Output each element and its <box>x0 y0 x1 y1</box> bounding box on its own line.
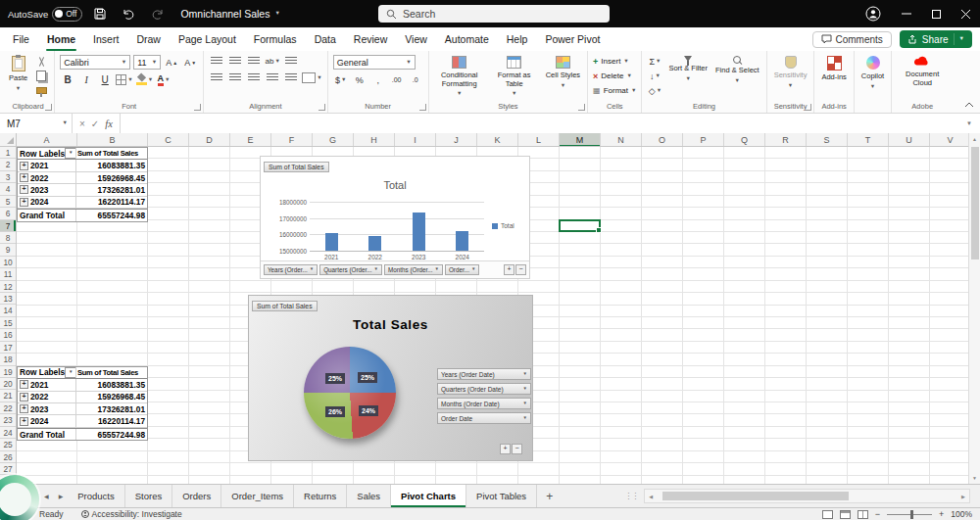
pivot-row-label-2021[interactable]: +2021 <box>18 160 76 170</box>
wrap-text-button[interactable] <box>283 55 299 68</box>
row-labels-filter-button[interactable]: ▼ <box>65 148 76 159</box>
accounting-format-button[interactable]: $▼ <box>333 73 349 86</box>
autosave-toggle[interactable]: Off <box>52 7 82 22</box>
column-header-H[interactable]: H <box>354 133 395 147</box>
ribbon-tab-power-pivot[interactable]: Power Pivot <box>536 27 609 51</box>
expand-button[interactable]: + <box>20 404 28 413</box>
dialog-launcher-icon[interactable] <box>419 104 426 111</box>
sheet-tab-order-items[interactable]: Order_Items <box>221 485 294 507</box>
row-header-25[interactable]: 25 <box>0 439 16 450</box>
close-button[interactable] <box>951 0 980 27</box>
sheet-tab-pivot-tables[interactable]: Pivot Tables <box>466 485 537 507</box>
format-cells-button[interactable]: ▦ Format▼ <box>593 84 636 97</box>
undo-button[interactable] <box>118 3 139 24</box>
horizontal-scrollbar[interactable]: ◀ ▶ <box>644 489 970 503</box>
column-header-Q[interactable]: Q <box>724 133 765 147</box>
font-name-select[interactable]: Calibri▼ <box>60 55 130 70</box>
number-format-select[interactable]: General▼ <box>333 55 416 70</box>
column-header-M[interactable]: M <box>560 133 601 147</box>
ribbon-tab-data[interactable]: Data <box>306 27 345 51</box>
row-header-1[interactable]: 1 <box>0 147 16 159</box>
vertical-scrollbar[interactable]: ▲ ▼ <box>968 133 980 484</box>
bar-chart[interactable]: Sum of Total Sales Total Total Years (Or… <box>260 156 530 279</box>
chevron-down-icon[interactable]: ▼ <box>959 36 964 42</box>
formula-input[interactable] <box>121 114 958 133</box>
column-header-K[interactable]: K <box>477 133 518 147</box>
page-break-view-button[interactable] <box>858 510 868 519</box>
fill-color-button[interactable]: ▼ <box>136 73 153 86</box>
page-layout-view-button[interactable] <box>840 510 851 519</box>
row-header-13[interactable]: 13 <box>0 293 16 305</box>
name-box[interactable]: M7 ▼ <box>0 114 73 133</box>
align-top-button[interactable] <box>209 55 224 68</box>
sheet-nav-left[interactable]: ◀ <box>39 485 54 507</box>
collapse-field-button[interactable]: − <box>512 444 522 454</box>
expand-button[interactable]: + <box>20 185 28 194</box>
delete-cells-button[interactable]: × Delete▼ <box>593 70 636 82</box>
pivot-row-label-2023[interactable]: +2023 <box>18 403 76 414</box>
row-header-5[interactable]: 5 <box>0 196 16 208</box>
column-header-I[interactable]: I <box>395 133 436 147</box>
insert-function-button[interactable]: fx <box>105 118 113 129</box>
zoom-out-button[interactable]: − <box>875 509 880 519</box>
collapse-ribbon-button[interactable] <box>964 98 974 110</box>
pivot-field-button-order-date[interactable]: Order Date▼ <box>437 412 531 424</box>
increase-font-button[interactable]: A▲ <box>164 56 179 69</box>
bold-button[interactable]: B <box>60 73 75 86</box>
select-all-corner[interactable] <box>0 133 17 147</box>
ribbon-tab-page-layout[interactable]: Page Layout <box>170 27 245 51</box>
underline-button[interactable]: U <box>97 73 113 86</box>
row-header-3[interactable]: 3 <box>0 171 16 183</box>
expand-button[interactable]: + <box>20 173 28 182</box>
normal-view-button[interactable] <box>822 510 833 519</box>
row-header-19[interactable]: 19 <box>0 366 16 378</box>
find-select-button[interactable]: Find & Select ▼ <box>713 55 761 100</box>
zoom-in-button[interactable]: + <box>939 509 944 519</box>
document-cloud-button[interactable]: Document Cloud <box>897 55 948 100</box>
dialog-launcher-icon[interactable] <box>318 104 325 111</box>
sensitivity-button[interactable]: Sensitivity ▼ <box>772 55 809 100</box>
row-header-4[interactable]: 4 <box>0 183 16 195</box>
row-header-9[interactable]: 9 <box>0 244 16 256</box>
ribbon-tab-review[interactable]: Review <box>345 27 396 51</box>
enter-button[interactable]: ✓ <box>91 118 99 129</box>
pivot-row-label-2021[interactable]: +2021 <box>18 379 76 390</box>
new-sheet-button[interactable]: + <box>537 485 562 507</box>
ribbon-tab-view[interactable]: View <box>396 27 436 51</box>
horizontal-scrollbar-track[interactable] <box>657 492 957 501</box>
expand-button[interactable]: + <box>20 162 28 170</box>
column-header-A[interactable]: A <box>17 133 77 147</box>
ribbon-tab-draw[interactable]: Draw <box>127 27 170 51</box>
pivot-field-button-years-order-date-[interactable]: Years (Order Date)▼ <box>437 368 531 380</box>
sheet-tab-stores[interactable]: Stores <box>125 485 172 507</box>
expand-button[interactable]: + <box>20 393 28 402</box>
pivot-field-button-months-order-date-[interactable]: Months (Order Date)▼ <box>437 398 531 409</box>
maximize-button[interactable] <box>921 0 951 27</box>
pivot-row-label-2024[interactable]: +2024 <box>18 415 76 426</box>
paste-button[interactable]: Paste ▼ <box>7 55 29 100</box>
font-size-select[interactable]: 11▼ <box>133 55 161 70</box>
row-labels-filter-button[interactable]: ▼ <box>65 367 76 378</box>
row-header-7[interactable]: 7 <box>0 220 16 232</box>
format-as-table-button[interactable]: Format as Table ▼ <box>489 55 540 100</box>
row-header-27[interactable]: 27 <box>0 463 16 475</box>
scroll-right-arrow[interactable]: ▶ <box>957 494 969 499</box>
addins-button[interactable]: Add-ins <box>819 55 848 100</box>
zoom-slider-thumb[interactable] <box>910 510 913 519</box>
column-header-F[interactable]: F <box>271 133 313 147</box>
pivot-field-button-years-order-[interactable]: Years (Order...▼ <box>264 264 318 275</box>
dialog-launcher-icon[interactable] <box>805 104 811 111</box>
selected-cell[interactable] <box>559 219 601 232</box>
tab-splitter[interactable]: ⋮⋮ <box>620 485 642 507</box>
column-header-T[interactable]: T <box>848 133 889 147</box>
save-button[interactable] <box>89 3 111 24</box>
pivot-row-label-2024[interactable]: +2024 <box>18 197 76 208</box>
expand-field-button[interactable]: + <box>500 444 511 454</box>
document-title[interactable]: Omnichannel Sales ▼ <box>180 8 280 20</box>
cut-button[interactable] <box>33 55 49 68</box>
pivot-field-chip[interactable]: Sum of Total Sales <box>264 162 329 172</box>
row-header-10[interactable]: 10 <box>0 257 16 268</box>
column-header-R[interactable]: R <box>765 133 807 147</box>
row-header-14[interactable]: 14 <box>0 305 16 316</box>
sheet-nav-right[interactable]: ▶ <box>54 485 69 507</box>
